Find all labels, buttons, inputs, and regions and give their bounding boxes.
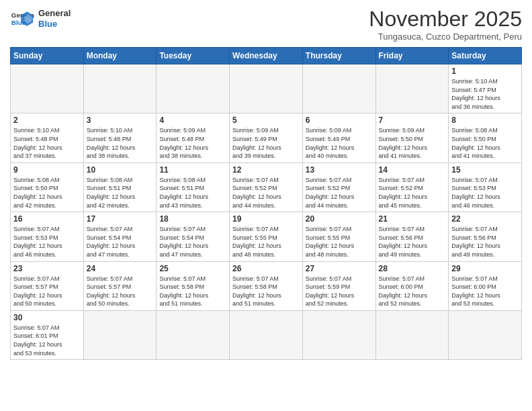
day-info: Sunrise: 5:10 AM Sunset: 5:48 PM Dayligh… [13, 126, 81, 160]
calendar-cell [157, 64, 230, 113]
day-info: Sunrise: 5:09 AM Sunset: 5:49 PM Dayligh… [232, 126, 300, 160]
day-info: Sunrise: 5:09 AM Sunset: 5:50 PM Dayligh… [379, 126, 446, 160]
calendar-cell [157, 310, 230, 359]
calendar-cell: 26Sunrise: 5:07 AM Sunset: 5:58 PM Dayli… [230, 261, 303, 310]
day-number: 24 [87, 264, 154, 273]
weekday-header-tuesday: Tuesday [157, 48, 230, 64]
day-info: Sunrise: 5:07 AM Sunset: 5:53 PM Dayligh… [13, 225, 81, 259]
weekday-header-friday: Friday [375, 48, 449, 64]
day-info: Sunrise: 5:08 AM Sunset: 5:50 PM Dayligh… [451, 126, 519, 160]
calendar-cell: 25Sunrise: 5:07 AM Sunset: 5:58 PM Dayli… [157, 261, 230, 310]
weekday-header-thursday: Thursday [302, 48, 375, 64]
day-info: Sunrise: 5:07 AM Sunset: 5:57 PM Dayligh… [87, 275, 154, 308]
day-number: 22 [451, 214, 519, 224]
calendar-cell: 17Sunrise: 5:07 AM Sunset: 5:54 PM Dayli… [83, 212, 157, 261]
calendar-cell: 19Sunrise: 5:07 AM Sunset: 5:55 PM Dayli… [230, 212, 303, 261]
calendar-cell [83, 64, 157, 113]
calendar-cell: 6Sunrise: 5:09 AM Sunset: 5:49 PM Daylig… [302, 113, 375, 163]
calendar-week-row: 1Sunrise: 5:10 AM Sunset: 5:47 PM Daylig… [11, 64, 522, 113]
calendar-cell: 3Sunrise: 5:10 AM Sunset: 5:48 PM Daylig… [83, 113, 157, 163]
day-number: 1 [451, 66, 519, 76]
calendar-week-row: 23Sunrise: 5:07 AM Sunset: 5:57 PM Dayli… [11, 261, 522, 310]
day-number: 16 [13, 214, 81, 224]
day-number: 17 [87, 214, 154, 224]
day-number: 25 [159, 264, 226, 273]
calendar-cell: 7Sunrise: 5:09 AM Sunset: 5:50 PM Daylig… [375, 113, 449, 163]
day-info: Sunrise: 5:08 AM Sunset: 5:51 PM Dayligh… [159, 176, 226, 210]
calendar-week-row: 2Sunrise: 5:10 AM Sunset: 5:48 PM Daylig… [11, 113, 522, 163]
day-number: 8 [451, 116, 519, 125]
calendar-cell: 20Sunrise: 5:07 AM Sunset: 5:55 PM Dayli… [302, 212, 375, 261]
day-info: Sunrise: 5:07 AM Sunset: 5:56 PM Dayligh… [379, 225, 446, 259]
weekday-header-wednesday: Wednesday [230, 48, 303, 64]
calendar-cell: 28Sunrise: 5:07 AM Sunset: 6:00 PM Dayli… [375, 261, 449, 310]
calendar-cell [83, 310, 157, 359]
day-number: 26 [232, 264, 300, 273]
day-info: Sunrise: 5:07 AM Sunset: 5:58 PM Dayligh… [159, 275, 226, 308]
day-info: Sunrise: 5:07 AM Sunset: 5:55 PM Dayligh… [232, 225, 300, 259]
day-info: Sunrise: 5:07 AM Sunset: 6:00 PM Dayligh… [379, 275, 446, 308]
day-info: Sunrise: 5:07 AM Sunset: 5:59 PM Dayligh… [306, 275, 373, 308]
calendar-cell: 1Sunrise: 5:10 AM Sunset: 5:47 PM Daylig… [449, 64, 522, 113]
calendar-cell [449, 310, 522, 359]
day-info: Sunrise: 5:07 AM Sunset: 5:58 PM Dayligh… [232, 275, 300, 308]
calendar-cell: 21Sunrise: 5:07 AM Sunset: 5:56 PM Dayli… [375, 212, 449, 261]
page-header: General Blue General Blue November 2025 … [10, 7, 522, 42]
location-subtitle: Tungasuca, Cuzco Department, Peru [369, 32, 522, 42]
day-number: 19 [232, 214, 300, 224]
day-number: 5 [232, 116, 300, 125]
calendar-cell: 10Sunrise: 5:08 AM Sunset: 5:51 PM Dayli… [83, 163, 157, 212]
calendar-cell: 30Sunrise: 5:07 AM Sunset: 6:01 PM Dayli… [11, 310, 84, 359]
calendar-cell [230, 310, 303, 359]
weekday-header-sunday: Sunday [11, 48, 84, 64]
day-number: 3 [87, 116, 154, 125]
day-info: Sunrise: 5:07 AM Sunset: 5:57 PM Dayligh… [13, 275, 81, 308]
day-info: Sunrise: 5:07 AM Sunset: 5:53 PM Dayligh… [451, 176, 519, 210]
day-info: Sunrise: 5:07 AM Sunset: 5:55 PM Dayligh… [306, 225, 373, 259]
calendar-cell: 12Sunrise: 5:07 AM Sunset: 5:52 PM Dayli… [230, 163, 303, 212]
calendar-cell: 24Sunrise: 5:07 AM Sunset: 5:57 PM Dayli… [83, 261, 157, 310]
calendar-cell: 11Sunrise: 5:08 AM Sunset: 5:51 PM Dayli… [157, 163, 230, 212]
day-info: Sunrise: 5:09 AM Sunset: 5:49 PM Dayligh… [306, 126, 373, 160]
calendar-week-row: 16Sunrise: 5:07 AM Sunset: 5:53 PM Dayli… [11, 212, 522, 261]
calendar-week-row: 9Sunrise: 5:08 AM Sunset: 5:50 PM Daylig… [11, 163, 522, 212]
day-number: 13 [306, 165, 373, 175]
calendar-cell: 5Sunrise: 5:09 AM Sunset: 5:49 PM Daylig… [230, 113, 303, 163]
day-info: Sunrise: 5:07 AM Sunset: 5:52 PM Dayligh… [232, 176, 300, 210]
calendar-cell: 14Sunrise: 5:07 AM Sunset: 5:52 PM Dayli… [375, 163, 449, 212]
day-number: 9 [13, 165, 81, 175]
calendar-cell: 22Sunrise: 5:07 AM Sunset: 5:56 PM Dayli… [449, 212, 522, 261]
calendar-cell: 29Sunrise: 5:07 AM Sunset: 6:00 PM Dayli… [449, 261, 522, 310]
day-info: Sunrise: 5:08 AM Sunset: 5:50 PM Dayligh… [13, 176, 81, 210]
calendar-cell [375, 64, 449, 113]
day-number: 10 [87, 165, 154, 175]
calendar-cell: 23Sunrise: 5:07 AM Sunset: 5:57 PM Dayli… [11, 261, 84, 310]
logo: General Blue General Blue [10, 7, 71, 31]
calendar-table: SundayMondayTuesdayWednesdayThursdayFrid… [10, 47, 522, 360]
day-info: Sunrise: 5:10 AM Sunset: 5:48 PM Dayligh… [87, 126, 154, 160]
calendar-cell: 16Sunrise: 5:07 AM Sunset: 5:53 PM Dayli… [11, 212, 84, 261]
day-number: 7 [379, 116, 446, 125]
logo-blue-text: Blue [38, 19, 71, 30]
month-title: November 2025 [369, 7, 522, 32]
logo-general-text: General [38, 8, 71, 19]
day-info: Sunrise: 5:07 AM Sunset: 5:54 PM Dayligh… [87, 225, 154, 259]
calendar-cell: 4Sunrise: 5:09 AM Sunset: 5:48 PM Daylig… [157, 113, 230, 163]
day-number: 4 [159, 116, 226, 125]
day-number: 29 [451, 264, 519, 273]
calendar-header-row: SundayMondayTuesdayWednesdayThursdayFrid… [11, 48, 522, 64]
day-number: 2 [13, 116, 81, 125]
day-info: Sunrise: 5:08 AM Sunset: 5:51 PM Dayligh… [87, 176, 154, 210]
calendar-cell [230, 64, 303, 113]
day-info: Sunrise: 5:07 AM Sunset: 6:01 PM Dayligh… [13, 324, 81, 357]
day-number: 14 [379, 165, 446, 175]
calendar-cell [375, 310, 449, 359]
calendar-cell: 18Sunrise: 5:07 AM Sunset: 5:54 PM Dayli… [157, 212, 230, 261]
calendar-cell [302, 310, 375, 359]
calendar-cell: 2Sunrise: 5:10 AM Sunset: 5:48 PM Daylig… [11, 113, 84, 163]
title-block: November 2025 Tungasuca, Cuzco Departmen… [369, 7, 522, 42]
calendar-cell: 8Sunrise: 5:08 AM Sunset: 5:50 PM Daylig… [449, 113, 522, 163]
calendar-cell: 13Sunrise: 5:07 AM Sunset: 5:52 PM Dayli… [302, 163, 375, 212]
day-info: Sunrise: 5:09 AM Sunset: 5:48 PM Dayligh… [159, 126, 226, 160]
day-number: 15 [451, 165, 519, 175]
